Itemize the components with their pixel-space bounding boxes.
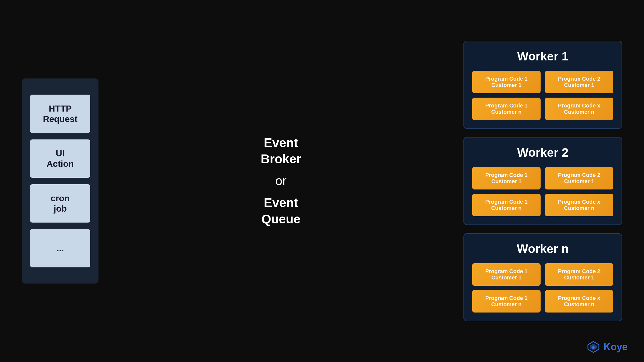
event-broker-text: Event Broker or Event Queue — [261, 135, 301, 227]
trigger-ui-action: UIAction — [30, 139, 90, 178]
trigger-cron-job: cronjob — [30, 184, 90, 223]
middle-section: Event Broker or Event Queue — [98, 135, 463, 227]
trigger-cron-job-label: cronjob — [51, 193, 69, 214]
wn-program-4[interactable]: Program Code x Customer n — [545, 290, 613, 313]
worker-2-box: Worker 2 Program Code 1 Customer 1 Progr… — [463, 137, 622, 225]
w2-program-4[interactable]: Program Code x Customer n — [545, 194, 613, 216]
worker-1-title: Worker 1 — [472, 49, 613, 63]
w1-program-3[interactable]: Program Code 1 Customer n — [472, 98, 541, 120]
trigger-ui-action-label: UIAction — [47, 148, 74, 169]
w2-program-1[interactable]: Program Code 1 Customer 1 — [472, 167, 541, 189]
event-queue-line1: Event — [261, 195, 301, 211]
worker-1-programs: Program Code 1 Customer 1 Program Code 2… — [472, 71, 613, 120]
w2-program-3[interactable]: Program Code 1 Customer n — [472, 194, 541, 216]
trigger-ellipsis-label: ... — [57, 243, 64, 253]
trigger-ellipsis: ... — [30, 229, 90, 267]
worker-n-title: Worker n — [472, 242, 613, 256]
left-panel: HTTPRequest UIAction cronjob ... — [22, 78, 98, 284]
wn-program-1[interactable]: Program Code 1 Customer 1 — [472, 263, 541, 286]
main-container: HTTPRequest UIAction cronjob ... Event B… — [0, 0, 644, 362]
or-text: or — [261, 173, 301, 189]
w1-program-1[interactable]: Program Code 1 Customer 1 — [472, 71, 541, 93]
koye-logo-icon — [587, 340, 600, 354]
event-broker-line2: Broker — [261, 151, 301, 167]
w1-program-2[interactable]: Program Code 2 Customer 1 — [545, 71, 613, 93]
w2-program-2[interactable]: Program Code 2 Customer 1 — [545, 167, 613, 189]
worker-2-title: Worker 2 — [472, 146, 613, 159]
worker-1-box: Worker 1 Program Code 1 Customer 1 Progr… — [463, 41, 622, 129]
wn-program-2[interactable]: Program Code 2 Customer 1 — [545, 263, 613, 286]
trigger-http-request: HTTPRequest — [30, 95, 90, 133]
worker-n-programs: Program Code 1 Customer 1 Program Code 2… — [472, 263, 613, 313]
logo-area: Koye — [587, 340, 628, 354]
event-broker-line1: Event — [261, 135, 301, 151]
event-queue-line2: Queue — [261, 211, 301, 227]
trigger-http-request-label: HTTPRequest — [43, 103, 77, 124]
worker-n-box: Worker n Program Code 1 Customer 1 Progr… — [463, 233, 622, 321]
logo-text: Koye — [604, 341, 628, 353]
w1-program-4[interactable]: Program Code x Customer n — [545, 98, 613, 120]
right-panel: Worker 1 Program Code 1 Customer 1 Progr… — [463, 41, 622, 321]
worker-2-programs: Program Code 1 Customer 1 Program Code 2… — [472, 167, 613, 216]
wn-program-3[interactable]: Program Code 1 Customer n — [472, 290, 541, 313]
